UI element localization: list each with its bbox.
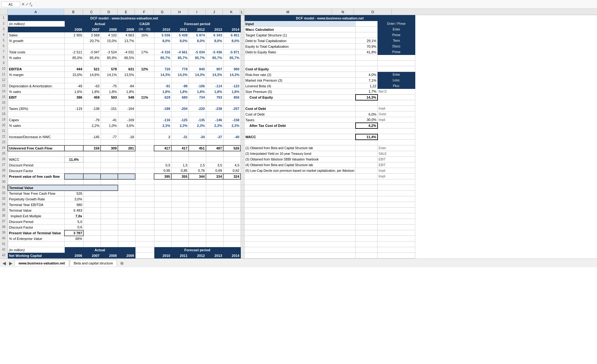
table-row: Present value of free cash flow 395 355 …: [8, 174, 415, 179]
year-2008: 2008: [101, 27, 118, 32]
grid-area[interactable]: DCF model - www.business-valuation.net D…: [8, 15, 597, 258]
table-row: [8, 140, 415, 145]
tab-add-button[interactable]: ⊕: [118, 259, 126, 267]
table-row: (in million) Actual CAGR Forecast period…: [8, 21, 415, 27]
terminal-value-header: Terminal Value: [8, 185, 118, 191]
row-number: 25: [0, 151, 7, 156]
sales-label: Sales: [8, 32, 64, 38]
row-number: 40: [0, 236, 7, 241]
growth-2012: 8,0%: [189, 38, 206, 44]
row-number: 27: [0, 162, 7, 168]
table-row: Increase/Decrease in NWC -145 -77 -18 2 …: [8, 134, 415, 140]
input-label: Input: [244, 21, 356, 27]
actual-header: Actual: [64, 21, 135, 27]
taxes-label: Taxes: [244, 117, 356, 123]
note1: (1) Obtained from Beta and Capital Struc…: [244, 145, 356, 151]
table-row: EBIT 396 459 503 548 11% 629 680 734 793…: [8, 95, 415, 100]
col-header-M: M: [244, 9, 332, 15]
size-premium-label: Size Premium (5): [244, 89, 356, 95]
row-number: 9: [0, 60, 7, 66]
wacc-label: WACC: [244, 134, 356, 140]
market-risk-val: 7,1%: [356, 78, 378, 83]
sales-2009: 4 663: [118, 32, 135, 38]
row-number: 29: [0, 173, 7, 179]
row-number: 17: [0, 106, 7, 111]
row-number: 22: [0, 134, 7, 139]
year-2013: 2013: [206, 27, 223, 32]
row-number: 13: [0, 83, 7, 89]
note3: (3) Obtained from Ibbotson SBBI Valuatio…: [244, 157, 356, 162]
table-row: WACC 11,4% (3) Obtained from Ibbotson SB…: [8, 157, 415, 162]
col-header-C: C: [83, 9, 100, 15]
table-row: Capex -79 -41 -169 -116 -125 -135 -146 -…: [8, 117, 415, 123]
tab-next-icon[interactable]: ▶: [8, 261, 14, 266]
col-header-L: L: [240, 9, 244, 15]
col-header-B: B: [64, 9, 83, 15]
tab-beta[interactable]: Beta and capital structure: [70, 260, 117, 266]
col-header-N: N: [332, 9, 354, 15]
after-tax-val: 4,2%: [356, 123, 378, 128]
cell-reference-box[interactable]: [1, 2, 20, 7]
tab-bar: ◀ ▶ www.business-valuation.net Beta and …: [0, 258, 597, 267]
market-risk-label: Market risk Premium (3): [244, 78, 356, 83]
pct-enterprise-val: 68%: [64, 236, 83, 242]
row-numbers: 1234567891011121314151617181920212223242…: [0, 15, 8, 258]
growth-2010: 8,0%: [154, 38, 171, 44]
confirm-icon[interactable]: ✓: [25, 2, 29, 7]
row-number: 33: [0, 196, 7, 202]
row-number: 23: [0, 139, 7, 145]
row-number: 24: [0, 145, 7, 151]
note4: (4) Obtained from Beta and Capital Struc…: [244, 162, 356, 168]
tab-main[interactable]: www.business-valuation.net: [14, 260, 69, 266]
row-number: 15: [0, 94, 7, 100]
table-row: Present Value of Terminal Value 3 787: [8, 230, 415, 236]
tab-prev-icon[interactable]: ◀: [1, 261, 7, 266]
table-row: Discount Period 5,0: [8, 219, 415, 225]
table-row: Terminal Value 6 483: [8, 208, 415, 213]
cost-of-debt-label: Cost of Debt: [244, 111, 356, 117]
table-row: (in million) Actual Forecast period: [8, 247, 415, 253]
col-header-D: D: [100, 9, 118, 15]
cancel-icon[interactable]: ✕: [21, 2, 25, 7]
note2: (2) Interpolated Yield on 10-year Treasu…: [244, 151, 356, 157]
row-number: 20: [0, 122, 7, 128]
content-area: 1234567891011121314151617181920212223242…: [0, 15, 597, 258]
table-row: (2) Interpolated Yield on 10-year Treasu…: [8, 151, 415, 157]
debt-to-equity-label: Debt to Equity Ratio: [244, 49, 356, 55]
table-row: [8, 179, 415, 185]
disco-col: Disco: [378, 44, 415, 49]
row-number: 5: [0, 38, 7, 43]
col-header-F: F: [135, 9, 154, 15]
pv-fcf-label: Present value of free cash flow: [8, 174, 64, 179]
col-header-E: E: [118, 9, 135, 15]
table-row: Terminal Year EBITDA 980: [8, 202, 415, 208]
right-title-cell: DCF model - www.business-valuation.net: [244, 15, 415, 21]
forecast-header: Forecast period: [154, 21, 240, 27]
row-number: 34: [0, 202, 7, 207]
enter-prese-col: Enter / Prese: [378, 21, 415, 27]
table-row: [8, 100, 415, 106]
enter-col: Enter: [378, 27, 415, 32]
sales-2013: 6 343: [206, 32, 223, 38]
row-number: 32: [0, 190, 7, 196]
in-million-label: (in million): [8, 21, 64, 27]
year-2014: 2014: [223, 27, 240, 32]
formula-bar: ✕ ✓ fx DCF model - www.business-valuatio…: [0, 0, 597, 9]
function-icon[interactable]: fx: [30, 2, 32, 7]
year-2006: 2006: [64, 27, 83, 32]
table-row: [8, 242, 415, 247]
row-number: 38: [0, 224, 7, 230]
row-number: 42: [0, 247, 7, 253]
formula-input[interactable]: DCF model - www.business-valuation.net: [34, 2, 596, 7]
growth-2007: 20,7%: [83, 38, 101, 44]
wacc-row-val: 11,4%: [64, 157, 83, 162]
implied-exit-val: 7,0x: [64, 213, 83, 219]
table-row: % growth 20,7% 15,0% 13,7% 8,0% 8,0% 8,0…: [8, 38, 415, 44]
table-row: Discount Factor 0,6: [8, 225, 415, 230]
row-number: 10: [0, 66, 7, 72]
row-number: 35: [0, 207, 7, 213]
row-number: 30: [0, 179, 7, 185]
year-2007: 2007: [83, 27, 101, 32]
target-cap-label: Target Capital Structure (1): [244, 32, 356, 38]
table-row: Terminal Year Free Cash Flow 526: [8, 191, 415, 196]
